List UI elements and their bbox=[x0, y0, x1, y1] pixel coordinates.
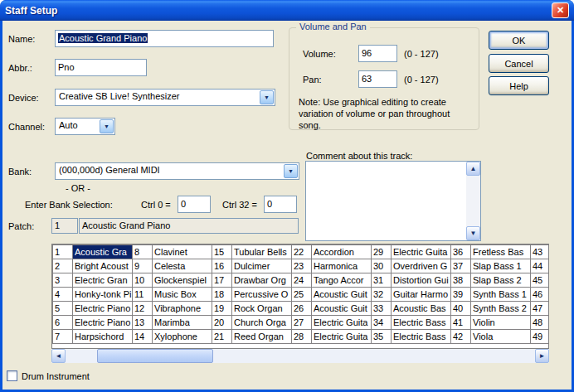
patch-cell-name[interactable]: Church Orga bbox=[232, 316, 292, 330]
patch-cell-number[interactable]: 21 bbox=[212, 330, 232, 344]
patch-cell-number[interactable]: 31 bbox=[372, 273, 392, 288]
patch-cell-number[interactable]: 37 bbox=[451, 259, 471, 273]
device-select[interactable]: Creative SB Live! Synthesizer ▼ bbox=[55, 89, 275, 106]
patch-cell-name[interactable]: Honky-tonk Pi bbox=[73, 288, 133, 302]
patch-cell-number[interactable]: 41 bbox=[451, 316, 471, 330]
patch-cell-name[interactable]: Electric Gran bbox=[73, 273, 133, 288]
hscrollbar-thumb[interactable] bbox=[97, 349, 213, 363]
ok-button[interactable]: OK bbox=[489, 31, 549, 50]
patch-cell-name[interactable]: Slap Bass 1 bbox=[471, 259, 531, 273]
patch-cell-name[interactable]: Synth Bass 2 bbox=[471, 302, 531, 316]
patch-cell-name[interactable]: Electric Piano bbox=[73, 302, 133, 316]
patch-cell-number[interactable]: 40 bbox=[451, 302, 471, 316]
patch-cell-number[interactable]: 46 bbox=[531, 288, 550, 302]
patch-cell-number[interactable]: 25 bbox=[292, 288, 312, 302]
patch-cell-number[interactable]: 1 bbox=[53, 245, 73, 259]
patch-cell-name[interactable]: Distortion Gui bbox=[392, 273, 451, 288]
patch-cell-number[interactable]: 29 bbox=[372, 245, 392, 259]
ctrl0-input[interactable]: 0 bbox=[178, 196, 211, 213]
patch-cell-name[interactable]: Xylophone bbox=[153, 330, 212, 344]
name-input[interactable]: Acoustic Grand Piano bbox=[55, 30, 274, 47]
patch-cell-name[interactable]: Reed Organ bbox=[232, 330, 292, 344]
patch-cell-name[interactable]: Glockenspiel bbox=[153, 273, 212, 288]
patch-cell-number[interactable]: 38 bbox=[451, 273, 471, 288]
titlebar[interactable]: Staff Setup ✕ bbox=[0, 0, 574, 21]
pan-input[interactable]: 63 bbox=[358, 70, 397, 88]
scroll-down-button[interactable]: ▼ bbox=[466, 226, 480, 240]
patch-cell-number[interactable]: 24 bbox=[292, 273, 312, 288]
patch-cell-number[interactable]: 3 bbox=[53, 273, 73, 288]
patch-cell-name[interactable]: Electric Guita bbox=[312, 316, 372, 330]
patch-cell-number[interactable]: 4 bbox=[53, 288, 73, 302]
patch-cell-number[interactable]: 44 bbox=[531, 259, 550, 273]
patch-cell-number[interactable]: 32 bbox=[372, 288, 392, 302]
patch-cell-number[interactable]: 16 bbox=[212, 259, 232, 273]
close-button[interactable]: ✕ bbox=[552, 2, 569, 18]
patch-cell-name[interactable]: Electric Bass bbox=[392, 316, 451, 330]
patch-cell-name[interactable]: Dulcimer bbox=[232, 259, 292, 273]
patch-cell-number[interactable]: 39 bbox=[451, 288, 471, 302]
patch-cell-number[interactable]: 48 bbox=[531, 316, 550, 330]
patch-cell-name[interactable]: Acoustic Gra bbox=[73, 245, 133, 259]
patch-cell-name[interactable]: Viola bbox=[471, 330, 531, 344]
patch-cell-number[interactable]: 33 bbox=[372, 302, 392, 316]
bank-dropdown-button[interactable]: ▼ bbox=[284, 164, 298, 178]
patch-cell-name[interactable]: Clavinet bbox=[153, 245, 212, 259]
patch-cell-name[interactable]: Synth Bass 1 bbox=[471, 288, 531, 302]
abbr-input[interactable]: Pno bbox=[55, 59, 147, 76]
scroll-right-button[interactable]: ► bbox=[535, 349, 549, 363]
patch-cell-number[interactable]: 9 bbox=[133, 259, 153, 273]
patch-cell-number[interactable]: 5 bbox=[53, 302, 73, 316]
patch-table-hscrollbar[interactable]: ◄ ► bbox=[51, 349, 549, 363]
comment-scrollbar[interactable]: ▲ ▼ bbox=[466, 162, 480, 240]
patch-cell-number[interactable]: 28 bbox=[292, 330, 312, 344]
patch-cell-number[interactable]: 22 bbox=[292, 245, 312, 259]
bank-select[interactable]: (000,000d) General MIDI ▼ bbox=[55, 162, 299, 180]
patch-cell-name[interactable]: Vibraphone bbox=[153, 302, 212, 316]
patch-cell-name[interactable]: Tubular Bells bbox=[232, 245, 292, 259]
patch-cell-name[interactable]: Music Box bbox=[153, 288, 212, 302]
patch-cell-name[interactable]: Celesta bbox=[153, 259, 212, 273]
patch-cell-number[interactable]: 15 bbox=[212, 245, 232, 259]
patch-cell-number[interactable]: 35 bbox=[372, 330, 392, 344]
patch-cell-name[interactable]: Acoustic Guit bbox=[312, 288, 372, 302]
device-dropdown-button[interactable]: ▼ bbox=[260, 90, 274, 104]
patch-cell-name[interactable]: Fretless Bas bbox=[471, 245, 531, 259]
patch-cell-number[interactable]: 23 bbox=[292, 259, 312, 273]
channel-dropdown-button[interactable]: ▼ bbox=[100, 119, 114, 133]
patch-cell-name[interactable]: Electric Guita bbox=[312, 330, 372, 344]
patch-cell-name[interactable]: Drawbar Org bbox=[232, 273, 292, 288]
patch-cell-name[interactable]: Guitar Harmo bbox=[392, 288, 451, 302]
patch-cell-name[interactable]: Acoustic Guit bbox=[312, 302, 372, 316]
patch-cell-name[interactable]: Violin bbox=[471, 316, 531, 330]
patch-cell-name[interactable]: Marimba bbox=[153, 316, 212, 330]
patch-cell-number[interactable]: 47 bbox=[531, 302, 550, 316]
cancel-button[interactable]: Cancel bbox=[489, 54, 549, 73]
patch-cell-number[interactable]: 8 bbox=[133, 245, 153, 259]
patch-cell-number[interactable]: 17 bbox=[212, 273, 232, 288]
patch-cell-name[interactable]: Tango Accor bbox=[312, 273, 372, 288]
scroll-up-button[interactable]: ▲ bbox=[466, 162, 480, 176]
patch-cell-number[interactable]: 12 bbox=[133, 302, 153, 316]
help-button[interactable]: Help bbox=[489, 76, 549, 95]
drum-instrument-checkbox[interactable] bbox=[7, 370, 17, 381]
scroll-left-button[interactable]: ◄ bbox=[51, 349, 66, 363]
patch-cell-name[interactable]: Rock Organ bbox=[232, 302, 292, 316]
patch-cell-name[interactable]: Bright Acoust bbox=[73, 259, 133, 273]
patch-cell-number[interactable]: 7 bbox=[53, 330, 73, 344]
patch-cell-number[interactable]: 36 bbox=[451, 245, 471, 259]
patch-cell-name[interactable]: Electric Piano bbox=[73, 316, 133, 330]
patch-cell-number[interactable]: 45 bbox=[531, 273, 550, 288]
patch-cell-number[interactable]: 20 bbox=[212, 316, 232, 330]
patch-cell-number[interactable]: 2 bbox=[53, 259, 73, 273]
patch-cell-name[interactable]: Accordion bbox=[312, 245, 372, 259]
patch-cell-number[interactable]: 19 bbox=[212, 302, 232, 316]
patch-cell-name[interactable]: Overdriven G bbox=[392, 259, 451, 273]
patch-cell-number[interactable]: 18 bbox=[212, 288, 232, 302]
patch-cell-number[interactable]: 10 bbox=[133, 273, 153, 288]
patch-cell-name[interactable]: Percussive O bbox=[232, 288, 292, 302]
ctrl32-input[interactable]: 0 bbox=[264, 196, 297, 213]
patch-cell-number[interactable]: 42 bbox=[451, 330, 471, 344]
patch-cell-number[interactable]: 13 bbox=[133, 316, 153, 330]
patch-cell-name[interactable]: Electric Bass bbox=[392, 330, 451, 344]
